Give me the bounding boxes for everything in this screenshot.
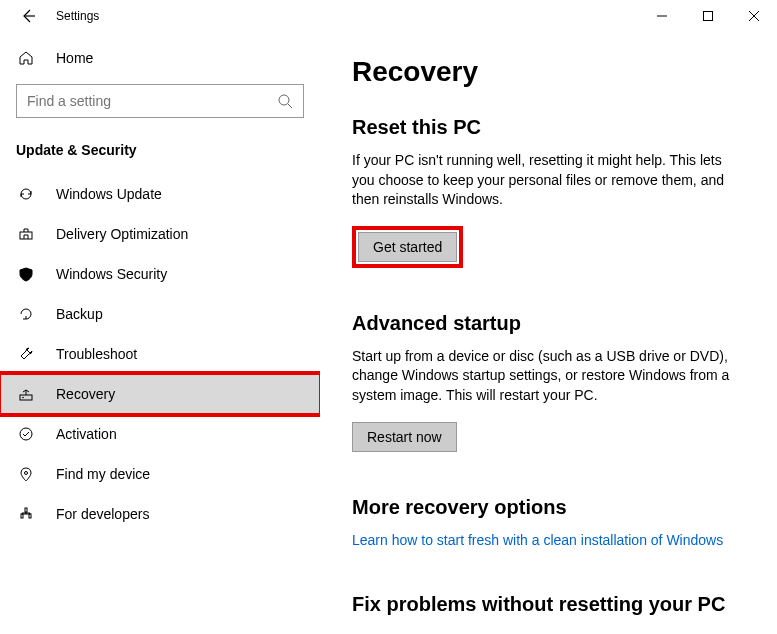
sidebar-item-label: For developers	[56, 506, 149, 522]
sidebar-item-delivery-optimization[interactable]: Delivery Optimization	[0, 214, 320, 254]
svg-rect-7	[25, 508, 27, 512]
advanced-text: Start up from a device or disc (such as …	[352, 347, 745, 406]
reset-heading: Reset this PC	[352, 116, 745, 139]
svg-point-4	[22, 397, 24, 399]
sidebar-item-windows-update[interactable]: Windows Update	[0, 174, 320, 214]
reset-section: Reset this PC If your PC isn't running w…	[352, 116, 745, 268]
sidebar-item-find-my-device[interactable]: Find my device	[0, 454, 320, 494]
wrench-icon	[16, 346, 36, 362]
sidebar-item-windows-security[interactable]: Windows Security	[0, 254, 320, 294]
back-button[interactable]	[12, 0, 44, 32]
reset-text: If your PC isn't running well, resetting…	[352, 151, 745, 210]
maximize-icon	[703, 11, 713, 21]
sidebar-item-label: Backup	[56, 306, 103, 322]
sidebar-item-for-developers[interactable]: For developers	[0, 494, 320, 534]
sidebar-item-label: Windows Security	[56, 266, 167, 282]
minimize-icon	[657, 11, 667, 21]
sync-icon	[16, 186, 36, 202]
backup-icon	[16, 306, 36, 322]
advanced-heading: Advanced startup	[352, 312, 745, 335]
nav-list: Windows Update Delivery Optimization Win…	[0, 174, 320, 534]
search-input[interactable]	[27, 93, 277, 109]
more-section: More recovery options Learn how to start…	[352, 496, 745, 549]
svg-point-5	[20, 428, 32, 440]
close-icon	[749, 11, 759, 21]
sidebar-item-label: Troubleshoot	[56, 346, 137, 362]
recovery-icon	[16, 386, 36, 402]
fresh-install-link[interactable]: Learn how to start fresh with a clean in…	[352, 532, 723, 548]
activation-icon	[16, 426, 36, 442]
search-box[interactable]	[16, 84, 304, 118]
developers-icon	[16, 506, 36, 522]
more-heading: More recovery options	[352, 496, 745, 519]
sidebar-item-backup[interactable]: Backup	[0, 294, 320, 334]
sidebar-item-label: Find my device	[56, 466, 150, 482]
titlebar: Settings	[0, 0, 777, 32]
category-header: Update & Security	[0, 134, 320, 174]
sidebar-item-activation[interactable]: Activation	[0, 414, 320, 454]
minimize-button[interactable]	[639, 0, 685, 32]
delivery-icon	[16, 226, 36, 242]
search-icon	[277, 93, 293, 109]
close-button[interactable]	[731, 0, 777, 32]
home-button[interactable]: Home	[0, 40, 320, 76]
svg-rect-3	[20, 395, 32, 400]
advanced-section: Advanced startup Start up from a device …	[352, 312, 745, 452]
svg-point-1	[279, 95, 289, 105]
svg-rect-9	[29, 514, 31, 518]
sidebar-item-label: Delivery Optimization	[56, 226, 188, 242]
home-icon	[16, 50, 36, 66]
sidebar-item-troubleshoot[interactable]: Troubleshoot	[0, 334, 320, 374]
sidebar-item-label: Windows Update	[56, 186, 162, 202]
highlight-annotation: Get started	[352, 226, 463, 268]
sidebar-item-recovery[interactable]: Recovery	[0, 374, 320, 414]
location-icon	[16, 466, 36, 482]
arrow-left-icon	[20, 8, 36, 24]
fix-heading: Fix problems without resetting your PC	[352, 593, 745, 616]
highlight-annotation	[0, 371, 320, 417]
main-content: Recovery Reset this PC If your PC isn't …	[320, 32, 777, 634]
window-title: Settings	[56, 9, 99, 23]
fix-section: Fix problems without resetting your PC	[352, 593, 745, 616]
page-title: Recovery	[352, 56, 745, 88]
maximize-button[interactable]	[685, 0, 731, 32]
restart-now-button[interactable]: Restart now	[352, 422, 457, 452]
svg-rect-0	[704, 12, 713, 21]
home-label: Home	[56, 50, 93, 66]
sidebar: Home Update & Security Windows Update De…	[0, 32, 320, 634]
get-started-button[interactable]: Get started	[358, 232, 457, 262]
sidebar-item-label: Activation	[56, 426, 117, 442]
svg-rect-8	[21, 514, 23, 518]
sidebar-item-label: Recovery	[56, 386, 115, 402]
shield-icon	[16, 266, 36, 282]
svg-point-6	[25, 472, 28, 475]
